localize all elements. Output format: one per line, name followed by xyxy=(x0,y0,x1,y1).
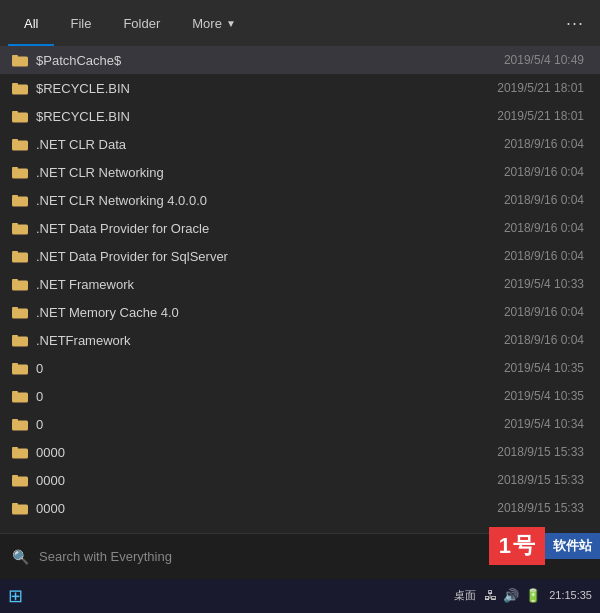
file-date: 2018/9/16 0:04 xyxy=(504,165,584,179)
file-name: 0000 xyxy=(36,473,481,488)
chevron-down-icon: ▼ xyxy=(226,18,236,29)
list-item[interactable]: .NET CLR Networking2018/9/16 0:04 xyxy=(0,158,600,186)
file-date: 2019/5/4 10:35 xyxy=(504,361,584,375)
list-item[interactable]: 02019/5/4 10:35 xyxy=(0,382,600,410)
folder-icon xyxy=(12,193,28,207)
tab-group: AllFileFolderMore▼ xyxy=(8,0,252,46)
file-name: .NET CLR Data xyxy=(36,137,488,152)
svg-rect-9 xyxy=(12,169,28,179)
svg-rect-11 xyxy=(12,197,28,207)
file-name: 0 xyxy=(36,389,488,404)
file-name: $PatchCache$ xyxy=(36,53,488,68)
list-item[interactable]: .NET CLR Data2018/9/16 0:04 xyxy=(0,130,600,158)
list-item[interactable]: .NET Framework2019/5/4 10:33 xyxy=(0,270,600,298)
desktop-label[interactable]: 桌面 xyxy=(454,588,476,603)
list-item[interactable]: $RECYCLE.BIN2019/5/21 18:01 xyxy=(0,102,600,130)
list-item[interactable]: .NET Memory Cache 4.02018/9/16 0:04 xyxy=(0,298,600,326)
file-name: .NET Memory Cache 4.0 xyxy=(36,305,488,320)
tab-folder[interactable]: Folder xyxy=(107,0,176,46)
svg-rect-17 xyxy=(12,281,28,291)
list-item[interactable]: .NET Data Provider for SqlServer2018/9/1… xyxy=(0,242,600,270)
file-date: 2018/9/16 0:04 xyxy=(504,305,584,319)
svg-rect-15 xyxy=(12,253,28,263)
taskbar-right: 桌面 🖧 🔊 🔋 21:15:35 xyxy=(454,588,592,603)
file-list: $PatchCache$2019/5/4 10:49$RECYCLE.BIN20… xyxy=(0,46,600,533)
list-item[interactable]: .NET Data Provider for Oracle2018/9/16 0… xyxy=(0,214,600,242)
file-date: 2019/5/21 18:01 xyxy=(497,109,584,123)
folder-icon xyxy=(12,305,28,319)
file-name: 0 xyxy=(36,417,488,432)
file-list-container: $PatchCache$2019/5/4 10:49$RECYCLE.BIN20… xyxy=(0,46,600,533)
folder-icon xyxy=(12,137,28,151)
tab-more-label: More xyxy=(192,16,222,31)
tab-file[interactable]: File xyxy=(54,0,107,46)
folder-icon xyxy=(12,53,28,67)
file-name: $RECYCLE.BIN xyxy=(36,109,481,124)
taskbar: ⊞ 桌面 🖧 🔊 🔋 21:15:35 xyxy=(0,579,600,613)
file-date: 2018/9/16 0:04 xyxy=(504,193,584,207)
svg-rect-23 xyxy=(12,365,28,375)
folder-icon xyxy=(12,445,28,459)
svg-rect-33 xyxy=(12,505,28,515)
svg-rect-1 xyxy=(12,57,28,67)
taskbar-left: ⊞ xyxy=(8,585,23,607)
file-name: $RECYCLE.BIN xyxy=(36,81,481,96)
file-date: 2018/9/16 0:04 xyxy=(504,333,584,347)
folder-icon xyxy=(12,165,28,179)
svg-rect-19 xyxy=(12,309,28,319)
file-date: 2019/5/21 18:01 xyxy=(497,81,584,95)
list-item[interactable]: 02019/5/4 10:35 xyxy=(0,354,600,382)
file-name: .NET Data Provider for SqlServer xyxy=(36,249,488,264)
file-name: 0000 xyxy=(36,445,481,460)
list-item[interactable]: 00002018/9/15 15:33 xyxy=(0,494,600,522)
list-item[interactable]: 00002018/9/15 15:33 xyxy=(0,466,600,494)
file-date: 2018/9/16 0:04 xyxy=(504,249,584,263)
file-date: 2018/9/16 0:04 xyxy=(504,221,584,235)
svg-rect-5 xyxy=(12,113,28,123)
file-date: 2018/9/16 0:04 xyxy=(504,137,584,151)
svg-rect-27 xyxy=(12,421,28,431)
search-input[interactable] xyxy=(39,549,588,564)
tab-more[interactable]: More▼ xyxy=(176,0,252,46)
toolbar: AllFileFolderMore▼ ··· xyxy=(0,0,600,46)
svg-rect-13 xyxy=(12,225,28,235)
folder-icon xyxy=(12,417,28,431)
file-date: 2019/5/4 10:35 xyxy=(504,389,584,403)
svg-rect-25 xyxy=(12,393,28,403)
svg-rect-21 xyxy=(12,337,28,347)
list-item[interactable]: $RECYCLE.BIN2019/5/21 18:01 xyxy=(0,74,600,102)
folder-icon xyxy=(12,277,28,291)
file-name: 0 xyxy=(36,361,488,376)
folder-icon xyxy=(12,221,28,235)
taskbar-time: 21:15:35 xyxy=(549,588,592,603)
list-item[interactable]: 02019/5/4 10:34 xyxy=(0,410,600,438)
folder-icon xyxy=(12,501,28,515)
file-name: .NET Framework xyxy=(36,277,488,292)
file-date: 2019/5/4 10:33 xyxy=(504,277,584,291)
start-button[interactable]: ⊞ xyxy=(8,585,23,607)
more-options-button[interactable]: ··· xyxy=(558,5,592,42)
list-item[interactable]: .NET CLR Networking 4.0.0.02018/9/16 0:0… xyxy=(0,186,600,214)
folder-icon xyxy=(12,333,28,347)
taskbar-icons: 🖧 🔊 🔋 xyxy=(484,588,541,603)
sound-icon: 🔊 xyxy=(503,588,519,603)
svg-rect-7 xyxy=(12,141,28,151)
file-date: 2018/9/15 15:33 xyxy=(497,473,584,487)
folder-icon xyxy=(12,249,28,263)
file-name: .NETFramework xyxy=(36,333,488,348)
list-item[interactable]: $PatchCache$2019/5/4 10:49 xyxy=(0,46,600,74)
folder-icon xyxy=(12,109,28,123)
battery-icon: 🔋 xyxy=(525,588,541,603)
list-item[interactable]: 00002018/9/15 15:33 xyxy=(0,438,600,466)
folder-icon xyxy=(12,389,28,403)
search-icon: 🔍 xyxy=(12,549,29,565)
file-name: .NET Data Provider for Oracle xyxy=(36,221,488,236)
tab-all[interactable]: All xyxy=(8,0,54,46)
network-icon: 🖧 xyxy=(484,588,497,603)
folder-icon xyxy=(12,81,28,95)
svg-rect-29 xyxy=(12,449,28,459)
list-item[interactable]: .NETFramework2018/9/16 0:04 xyxy=(0,326,600,354)
svg-rect-31 xyxy=(12,477,28,487)
search-bar: 🔍 xyxy=(0,533,600,579)
file-date: 2018/9/15 15:33 xyxy=(497,501,584,515)
